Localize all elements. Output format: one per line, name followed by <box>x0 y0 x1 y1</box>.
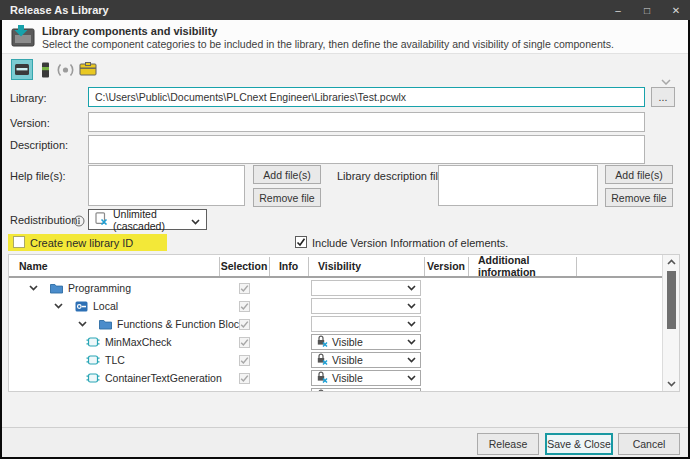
row-name: TLC <box>105 354 125 366</box>
hmi-icon[interactable] <box>56 64 75 76</box>
row-name: MinMaxCheck <box>105 336 172 348</box>
chevron-down-icon[interactable] <box>54 303 63 309</box>
visibility-value: Visible <box>332 354 403 366</box>
selection-checkbox[interactable] <box>239 337 250 348</box>
cancel-button[interactable]: Cancel <box>618 433 680 455</box>
column-header-info[interactable]: Info <box>269 255 308 276</box>
function-block-icon <box>86 373 100 383</box>
release-library-icon <box>10 24 37 53</box>
version-label: Version: <box>10 117 50 129</box>
title-bar[interactable]: Release As Library – □ ✕ <box>0 0 690 20</box>
help-files-list[interactable] <box>88 165 245 206</box>
row-name: Local <box>93 300 118 312</box>
row-name: ContainerTextGeneration <box>105 372 222 384</box>
library-description-files-list[interactable] <box>438 165 598 206</box>
components-table: Name Selection Info Visibility Version A… <box>8 254 680 392</box>
project-icon <box>75 301 88 312</box>
chevron-down-icon <box>407 357 416 363</box>
visibility-lock-icon <box>316 351 328 369</box>
library-components-icon[interactable] <box>11 59 33 80</box>
chevron-down-icon[interactable] <box>78 321 87 327</box>
table-row[interactable]: Functions & Function Blocks <box>9 315 658 333</box>
visibility-dropdown[interactable]: Visible <box>311 370 421 386</box>
dialog-subtitle: Select the component categories to be in… <box>42 38 614 50</box>
chevron-down-icon <box>191 211 200 229</box>
chevron-down-icon <box>407 375 416 381</box>
help-files-label: Help file(s): <box>10 170 66 182</box>
window-title: Release As Library <box>10 4 109 16</box>
redistribution-value: Unlimited (cascaded) <box>113 208 186 232</box>
scroll-down-icon[interactable] <box>663 377 680 391</box>
selection-checkbox[interactable] <box>239 301 250 312</box>
create-library-id-checkbox[interactable] <box>13 236 25 248</box>
description-label: Description: <box>10 139 68 151</box>
function-block-icon <box>86 391 100 392</box>
save-and-close-button[interactable]: Save & Close <box>545 433 613 455</box>
version-input[interactable] <box>88 112 645 132</box>
release-as-library-dialog: Release As Library – □ ✕ Library compone… <box>0 0 690 459</box>
table-row[interactable]: Programming <box>9 279 658 297</box>
chevron-down-icon <box>407 285 416 291</box>
info-icon <box>73 213 85 231</box>
add-help-files-button[interactable]: Add file(s) <box>253 165 321 184</box>
column-header-name[interactable]: Name <box>19 255 214 276</box>
selection-checkbox[interactable] <box>239 355 250 366</box>
visibility-dropdown[interactable] <box>311 298 421 314</box>
selection-checkbox[interactable] <box>239 283 250 294</box>
folder-icon <box>99 319 112 330</box>
selection-checkbox[interactable] <box>239 391 250 393</box>
redistribution-doc-icon <box>95 211 108 229</box>
visibility-dropdown[interactable] <box>311 388 421 392</box>
table-row[interactable]: TLC Visible <box>9 351 658 369</box>
library-label: Library: <box>10 92 47 104</box>
window-controls: – □ ✕ <box>612 0 682 20</box>
visibility-lock-icon <box>316 387 328 392</box>
remove-description-file-button[interactable]: Remove file <box>605 188 673 207</box>
vertical-scrollbar[interactable] <box>662 255 679 391</box>
include-version-checkbox[interactable] <box>295 236 307 248</box>
folder-icon <box>50 283 63 294</box>
chevron-down-icon <box>407 339 416 345</box>
column-header-version[interactable]: Version <box>424 255 468 276</box>
maximize-icon[interactable]: □ <box>641 5 653 16</box>
data-types-icon[interactable] <box>40 61 50 78</box>
table-header: Name Selection Info Visibility Version A… <box>9 255 679 278</box>
scrollbar-thumb[interactable] <box>667 271 676 329</box>
include-version-label: Include Version Information of elements. <box>312 237 508 249</box>
visibility-value: Visible <box>332 372 403 384</box>
description-input[interactable] <box>88 135 645 164</box>
selection-checkbox[interactable] <box>239 373 250 384</box>
remove-help-file-button[interactable]: Remove file <box>253 188 321 207</box>
table-row[interactable]: ContainerTextGeneration Visible <box>9 369 658 387</box>
dialog-header: Library components and visibility Select… <box>2 20 688 54</box>
visibility-dropdown[interactable]: Visible <box>311 334 421 350</box>
redistribution-label: Redistribution: <box>10 214 80 226</box>
resources-icon[interactable] <box>79 62 97 76</box>
release-button[interactable]: Release <box>477 433 539 455</box>
visibility-dropdown[interactable] <box>311 316 421 332</box>
function-block-icon <box>86 355 100 365</box>
table-row[interactable]: Local <box>9 297 658 315</box>
browse-button[interactable]: ... <box>651 87 675 107</box>
minimize-icon[interactable]: – <box>612 5 624 16</box>
table-row[interactable]: MinMaxCheck Visible <box>9 333 658 351</box>
scroll-up-icon[interactable] <box>663 255 680 269</box>
column-header-visibility[interactable]: Visibility <box>318 255 418 276</box>
add-description-files-button[interactable]: Add file(s) <box>605 165 673 184</box>
library-path-input[interactable] <box>88 87 645 107</box>
row-name: Programming <box>68 282 131 294</box>
visibility-lock-icon <box>316 369 328 387</box>
table-row[interactable] <box>9 387 658 392</box>
visibility-value: Visible <box>332 336 403 348</box>
visibility-dropdown[interactable] <box>311 280 421 296</box>
column-header-selection[interactable]: Selection <box>219 255 269 276</box>
redistribution-dropdown[interactable]: Unlimited (cascaded) <box>88 209 207 230</box>
function-block-icon <box>86 337 100 347</box>
chevron-down-icon[interactable] <box>29 285 38 291</box>
visibility-dropdown[interactable]: Visible <box>311 352 421 368</box>
selection-checkbox[interactable] <box>239 319 250 330</box>
visibility-lock-icon <box>316 333 328 351</box>
chevron-down-icon <box>407 303 416 309</box>
column-header-additional-information[interactable]: Additional information <box>478 255 576 276</box>
close-icon[interactable]: ✕ <box>670 5 682 16</box>
